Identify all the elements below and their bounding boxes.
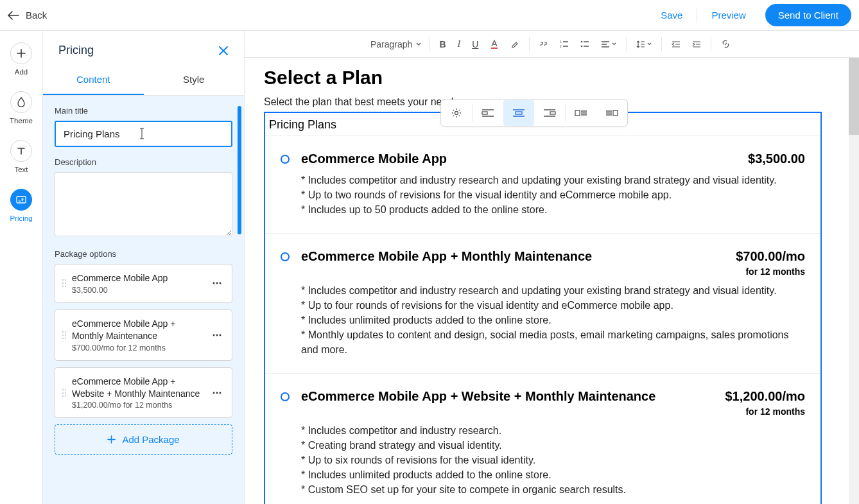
send-to-client-button[interactable]: Send to Client: [765, 4, 851, 26]
float-right-button[interactable]: [596, 100, 627, 126]
line-spacing-icon: [636, 40, 645, 49]
align-center-button[interactable]: [503, 100, 534, 126]
package-more-button[interactable]: [210, 331, 224, 339]
align-left-button[interactable]: [473, 100, 503, 126]
plan-bullets: * Includes competitor and industry resea…: [301, 283, 805, 358]
plan-term: for 12 months: [736, 266, 805, 277]
description-input[interactable]: [55, 172, 232, 236]
svg-point-21: [62, 392, 64, 394]
drag-handle-icon[interactable]: [62, 331, 67, 340]
add-package-button[interactable]: Add Package: [55, 424, 232, 455]
rail-theme-label: Theme: [10, 117, 33, 125]
package-card[interactable]: eCommerce Mobile App + Website + Monthly…: [55, 367, 232, 419]
panel-scrollbar-thumb[interactable]: [238, 106, 241, 234]
svg-point-5: [62, 286, 64, 287]
svg-point-19: [62, 389, 64, 390]
gear-icon: [451, 107, 462, 119]
svg-point-17: [216, 334, 218, 336]
plus-icon: [107, 435, 116, 444]
more-icon: [213, 282, 221, 284]
float-right-icon: [605, 109, 618, 117]
drag-handle-icon[interactable]: [62, 388, 67, 397]
outdent-button[interactable]: [666, 37, 686, 52]
svg-point-15: [65, 338, 66, 339]
align-right-button[interactable]: [534, 100, 565, 126]
svg-point-22: [65, 392, 66, 394]
pricing-widget[interactable]: Pricing Plans eCommerce Mobile App $3,50…: [264, 112, 822, 504]
numbered-list-button[interactable]: 12: [554, 37, 575, 52]
panel-scrollbar[interactable]: [238, 96, 241, 504]
plan-name: eCommerce Mobile App: [301, 152, 447, 166]
package-more-button[interactable]: [210, 279, 224, 287]
back-button[interactable]: Back: [8, 10, 47, 21]
rail-add-label: Add: [15, 68, 28, 76]
rail-pricing-label: Pricing: [10, 214, 32, 222]
svg-point-9: [220, 282, 221, 284]
text-color-icon: [490, 39, 499, 49]
plan-radio[interactable]: [281, 252, 290, 261]
svg-rect-36: [550, 112, 555, 114]
link-button[interactable]: [715, 35, 736, 53]
svg-point-27: [220, 392, 221, 394]
svg-point-26: [216, 392, 218, 394]
drag-handle-icon[interactable]: [62, 279, 67, 288]
topbar: Back Save Preview Send to Client: [0, 0, 859, 31]
main-title-input[interactable]: [55, 121, 232, 147]
canvas-scrollbar-thumb[interactable]: [849, 58, 859, 135]
add-package-label: Add Package: [122, 434, 179, 445]
paragraph-select[interactable]: Paragraph: [367, 37, 425, 52]
bullet-list-button[interactable]: [575, 37, 595, 52]
line-spacing-button[interactable]: [630, 36, 657, 53]
highlight-button[interactable]: [505, 36, 525, 53]
svg-point-13: [65, 335, 66, 336]
float-left-button[interactable]: [566, 100, 596, 126]
bold-button[interactable]: B: [433, 35, 451, 53]
package-name: eCommerce Mobile App + Monthly Maintenan…: [72, 318, 205, 342]
plan-radio[interactable]: [281, 392, 290, 401]
rail-theme[interactable]: Theme: [10, 91, 33, 125]
quote-button[interactable]: [534, 37, 554, 52]
back-label: Back: [26, 10, 47, 21]
align-button[interactable]: [595, 37, 622, 52]
text-color-button[interactable]: [484, 35, 505, 53]
link-icon: [721, 39, 731, 49]
divider: [711, 37, 711, 51]
rail-text[interactable]: Text: [10, 140, 32, 173]
panel-close-button[interactable]: [218, 46, 229, 56]
svg-rect-0: [17, 196, 26, 203]
package-name: eCommerce Mobile App + Website + Monthly…: [72, 376, 205, 400]
svg-text:2: 2: [560, 44, 562, 48]
chevron-down-icon: [612, 42, 616, 46]
svg-point-10: [62, 331, 64, 333]
save-link[interactable]: Save: [646, 10, 697, 21]
package-card[interactable]: eCommerce Mobile App $3,500.00: [55, 264, 232, 303]
bullet-list-icon: [580, 40, 589, 48]
left-rail: Add Theme Text Pricing: [0, 31, 43, 504]
svg-point-14: [62, 338, 64, 339]
svg-point-11: [65, 331, 66, 333]
text-icon: [10, 140, 32, 162]
package-card[interactable]: eCommerce Mobile App + Monthly Maintenan…: [55, 309, 232, 361]
document-scroll[interactable]: Select a Plan Select the plan that best …: [245, 58, 859, 504]
svg-point-25: [213, 392, 215, 394]
tab-content[interactable]: Content: [43, 65, 144, 95]
underline-button[interactable]: U: [466, 35, 484, 53]
highlight-icon: [510, 40, 519, 49]
align-right-icon: [543, 109, 556, 117]
doc-heading[interactable]: Select a Plan: [264, 67, 822, 89]
rail-add[interactable]: Add: [10, 42, 32, 76]
widget-settings-button[interactable]: [441, 100, 472, 126]
svg-rect-28: [491, 48, 498, 49]
divider: [626, 37, 627, 51]
svg-point-2: [65, 279, 66, 281]
plan-price: $700.00/mo: [736, 249, 805, 264]
indent-button[interactable]: [686, 37, 707, 52]
plan-name: eCommerce Mobile App + Website + Monthly…: [301, 389, 655, 404]
canvas-scrollbar[interactable]: [849, 58, 859, 504]
tab-style[interactable]: Style: [144, 65, 245, 95]
italic-button[interactable]: I: [452, 35, 467, 53]
plan-radio[interactable]: [281, 155, 290, 164]
package-more-button[interactable]: [210, 389, 224, 397]
preview-link[interactable]: Preview: [697, 10, 759, 21]
rail-pricing[interactable]: Pricing: [10, 189, 32, 222]
